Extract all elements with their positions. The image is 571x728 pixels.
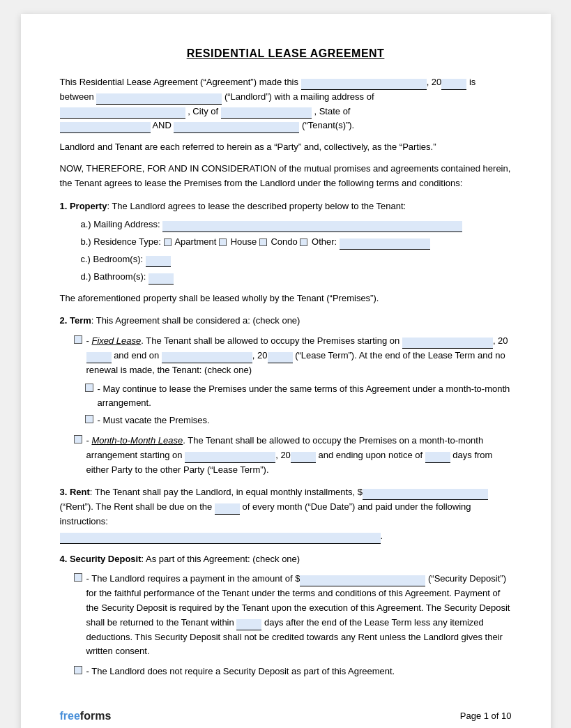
section-3: 3. Rent: The Tenant shall pay the Landlo… (60, 485, 512, 543)
section2-heading: 2. Term (60, 315, 91, 326)
address-street-field[interactable] (60, 107, 185, 119)
logo-free: free (60, 710, 80, 722)
section1-heading: 1. Property (60, 201, 107, 211)
fixed-lease-option: - Fixed Lease. The Tenant shall be allow… (74, 334, 512, 377)
state-field[interactable] (60, 122, 151, 133)
document-title: RESIDENTIAL LEASE AGREEMENT (60, 47, 512, 60)
fixed-option2: - Must vacate the Premises. (85, 414, 512, 428)
due-date-field[interactable] (215, 503, 240, 515)
payment-instructions-field[interactable] (60, 533, 381, 544)
section1-closing: The aforementioned property shall be lea… (60, 291, 512, 306)
vacate-checkbox[interactable] (85, 415, 93, 423)
bedrooms-field[interactable] (146, 256, 171, 267)
bathrooms-field[interactable] (149, 273, 174, 285)
house-checkbox[interactable] (219, 238, 227, 246)
tenant-name-field[interactable] (174, 122, 299, 133)
section1-item-d: d.) Bathroom(s): (81, 270, 512, 285)
section1-item-a: a.) Mailing Address: (81, 218, 512, 232)
fixed-start-year[interactable] (86, 352, 112, 363)
section-1: 1. Property: The Landlord agrees to leas… (60, 199, 512, 306)
landlord-name-field[interactable] (96, 93, 222, 105)
fixed-end-date[interactable] (162, 352, 252, 363)
month-lease-checkbox[interactable] (74, 435, 82, 443)
consideration-text: NOW, THEREFORE, FOR AND IN CONSIDERATION… (60, 162, 512, 191)
apartment-checkbox[interactable] (164, 238, 172, 246)
section-2: 2. Term: This Agreement shall be conside… (60, 314, 512, 477)
section1-item-c: c.) Bedroom(s): (81, 252, 512, 267)
fixed-end-year[interactable] (268, 352, 293, 363)
section1-items: a.) Mailing Address: b.) Residence Type:… (81, 218, 512, 284)
section1-text: : The Landlord agrees to lease the descr… (107, 201, 406, 211)
condo-checkbox[interactable] (259, 238, 267, 246)
intro-paragraph: This Residential Lease Agreement (“Agree… (60, 75, 512, 133)
security-deposit-option2: - The Landlord does not require a Securi… (74, 665, 512, 679)
fixed-start-date[interactable] (402, 338, 493, 349)
other-type-field[interactable] (340, 238, 430, 250)
security-deposit-amount[interactable] (300, 575, 425, 586)
no-security-deposit-checkbox[interactable] (74, 666, 82, 674)
logo-forms: forms (80, 710, 111, 722)
month-start-date[interactable] (185, 452, 275, 463)
section-4: 4. Security Deposit: As part of this Agr… (60, 552, 512, 679)
security-deposit-checkbox[interactable] (74, 573, 82, 582)
fixed-option1: - May continue to lease the Premises und… (85, 382, 512, 411)
rent-amount-field[interactable] (363, 489, 488, 500)
page-footer: freeforms Page 1 of 10 (60, 704, 512, 722)
month-lease-option: - Month-to-Month Lease. The Tenant shall… (74, 434, 512, 477)
year-field[interactable] (441, 79, 466, 90)
section4-heading: 4. Security Deposit (60, 554, 142, 564)
party-note: Landlord and Tenant are each referred to… (60, 140, 512, 155)
return-days-field[interactable] (236, 619, 261, 630)
notice-days-field[interactable] (425, 452, 450, 463)
section3-heading: 3. Rent (60, 487, 90, 497)
city-field[interactable] (221, 107, 312, 119)
document-page: RESIDENTIAL LEASE AGREEMENT This Residen… (21, 14, 551, 728)
mailing-address-field[interactable] (162, 221, 462, 232)
fixed-lease-checkbox[interactable] (74, 335, 82, 344)
month-start-year[interactable] (291, 452, 316, 463)
other-checkbox[interactable] (300, 238, 307, 246)
month-lease-label: Month-to-Month Lease (91, 435, 183, 446)
date-field[interactable] (301, 79, 427, 90)
security-deposit-option1: - The Landlord requires a payment in the… (74, 572, 512, 659)
page-number: Page 1 of 10 (460, 711, 512, 721)
month-to-month-checkbox[interactable] (85, 384, 93, 392)
intro-line1: This Residential Lease Agreement (“Agree… (60, 77, 299, 87)
section1-item-b: b.) Residence Type: Apartment House Cond… (81, 235, 512, 250)
fixed-lease-label: Fixed Lease (91, 335, 141, 346)
freeforms-logo: freeforms (60, 710, 112, 722)
